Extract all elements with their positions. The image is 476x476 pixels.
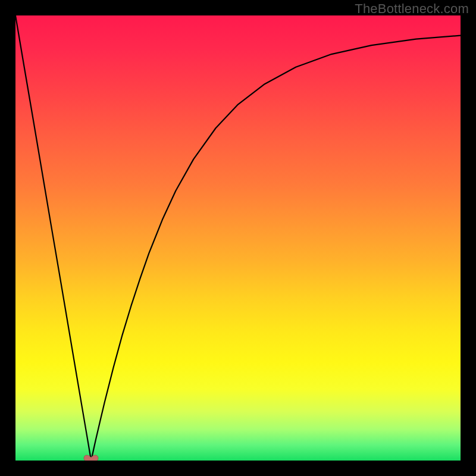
optimum-marker-icon (83, 453, 99, 461)
watermark-text: TheBottleneck.com (355, 1, 469, 17)
bottleneck-curve (15, 15, 461, 461)
chart-frame: TheBottleneck.com (0, 0, 476, 476)
plot-area (15, 15, 461, 461)
